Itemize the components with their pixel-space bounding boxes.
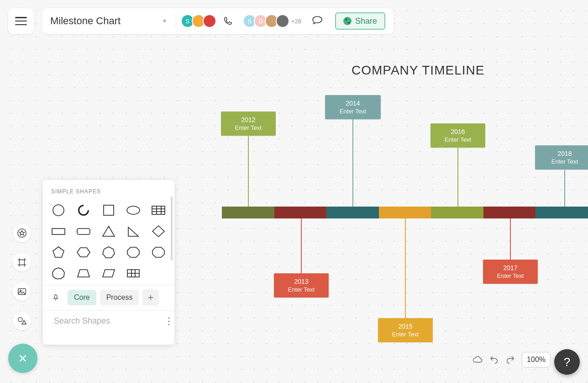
- milestone-connector: [405, 218, 406, 318]
- main-menu-button[interactable]: [8, 8, 34, 34]
- avatar[interactable]: [276, 14, 289, 28]
- share-button[interactable]: Share: [335, 12, 385, 30]
- timeline-segment[interactable]: [379, 207, 431, 218]
- shape-arc[interactable]: [74, 203, 93, 218]
- shape-ellipse[interactable]: [124, 203, 142, 218]
- svg-point-6: [127, 206, 140, 214]
- timeline-segment[interactable]: [536, 207, 588, 218]
- pin-tab[interactable]: [47, 289, 64, 306]
- avatar[interactable]: [203, 14, 216, 28]
- panel-scrollbar[interactable]: [171, 197, 173, 261]
- milestone-connector: [248, 134, 249, 207]
- timeline-segment[interactable]: [274, 207, 327, 218]
- document-title[interactable]: Milestone Chart: [50, 15, 121, 27]
- shape-octagon[interactable]: [124, 245, 142, 260]
- milestone-text: Enter Text: [440, 136, 476, 143]
- timeline-bar[interactable]: [222, 207, 588, 218]
- globe-icon: [343, 17, 352, 25]
- help-fab[interactable]: ?: [554, 349, 580, 375]
- milestone-box[interactable]: 2013Enter Text: [274, 273, 329, 298]
- shape-rounded-rectangle[interactable]: [74, 224, 93, 239]
- tab-process[interactable]: Process: [100, 290, 139, 305]
- milestone-text: Enter Text: [544, 158, 585, 165]
- hamburger-icon: [15, 17, 27, 25]
- zoom-value: 100%: [527, 356, 546, 364]
- zoom-level[interactable]: 100%: [522, 352, 551, 367]
- shape-square[interactable]: [100, 203, 118, 218]
- milestone-text: Enter Text: [387, 331, 424, 338]
- svg-rect-7: [152, 206, 165, 214]
- shape-rectangle[interactable]: [49, 224, 68, 239]
- shape-search-input[interactable]: [54, 316, 160, 326]
- shape-parallelogram[interactable]: [100, 266, 118, 281]
- redo-button[interactable]: [505, 355, 515, 365]
- secondary-avatars: SD: [246, 14, 289, 28]
- shape-grid: [43, 199, 174, 284]
- shape-pentagon[interactable]: [49, 245, 68, 260]
- canvas-title[interactable]: COMPANY TIMELINE: [352, 63, 484, 78]
- primary-avatars: S: [184, 14, 216, 28]
- shape-diamond[interactable]: [149, 224, 168, 239]
- milestone-connector: [564, 170, 565, 207]
- timeline-segment[interactable]: [222, 207, 274, 218]
- cloud-sync-icon[interactable]: [472, 355, 483, 365]
- separator: [176, 14, 176, 28]
- milestone-text: Enter Text: [283, 286, 320, 293]
- milestone-connector: [510, 218, 511, 260]
- milestone-year: 2013: [283, 278, 320, 285]
- header-bar: Milestone Chart ▼ S SD +28 Share: [42, 8, 394, 34]
- timeline-segment[interactable]: [483, 207, 536, 218]
- tab-core[interactable]: Core: [68, 290, 96, 305]
- shape-search-bar: ⋮: [43, 310, 174, 331]
- add-library-tab[interactable]: [142, 289, 159, 306]
- milestone-box[interactable]: 2017Enter Text: [483, 260, 538, 284]
- left-toolbar: [13, 224, 31, 330]
- milestone-connector: [457, 147, 458, 207]
- milestone-box[interactable]: 2014Enter Text: [325, 95, 381, 119]
- help-icon: ?: [564, 355, 570, 369]
- shape-table[interactable]: [149, 203, 168, 218]
- milestone-year: 2016: [440, 128, 476, 135]
- close-panel-fab[interactable]: [8, 344, 37, 373]
- svg-rect-9: [77, 229, 90, 234]
- shape-trapezoid[interactable]: [74, 266, 93, 281]
- timeline-segment[interactable]: [431, 207, 483, 218]
- title-dropdown-icon[interactable]: ▼: [161, 18, 168, 24]
- image-tool[interactable]: [13, 282, 31, 301]
- milestone-box[interactable]: 2016Enter Text: [430, 123, 485, 148]
- milestone-connector: [301, 218, 302, 273]
- milestone-box[interactable]: 2015Enter Text: [378, 318, 433, 342]
- shape-library-tabs: Core Process: [43, 284, 174, 310]
- shape-search-more[interactable]: ⋮: [164, 315, 173, 326]
- milestone-year: 2014: [334, 100, 372, 107]
- milestone-year: 2012: [230, 116, 267, 123]
- shape-triangle[interactable]: [100, 224, 118, 239]
- milestone-box[interactable]: 2018Enter Text: [535, 145, 588, 170]
- shape-heptagon[interactable]: [100, 245, 118, 260]
- shapes-panel-header: SIMPLE SHAPES: [43, 180, 174, 199]
- call-button[interactable]: [223, 15, 233, 27]
- svg-point-3: [18, 318, 22, 322]
- shape-right-triangle[interactable]: [124, 224, 142, 239]
- milestone-year: 2017: [492, 264, 529, 271]
- svg-rect-5: [104, 205, 114, 215]
- shape-grid[interactable]: [124, 266, 142, 281]
- avatar-surplus[interactable]: +28: [291, 18, 301, 25]
- timeline-segment[interactable]: [326, 207, 379, 218]
- favorites-tool[interactable]: [13, 224, 31, 242]
- shapes-panel: SIMPLE SHAPES Core Process ⋮: [43, 180, 174, 345]
- milestone-text: Enter Text: [230, 124, 267, 131]
- shapes-tool[interactable]: [13, 312, 31, 330]
- shape-nonagon[interactable]: [49, 266, 68, 281]
- svg-rect-8: [52, 229, 65, 234]
- chat-button[interactable]: [311, 15, 323, 27]
- milestone-box[interactable]: 2012Enter Text: [221, 112, 276, 136]
- milestone-text: Enter Text: [334, 108, 372, 115]
- milestone-text: Enter Text: [492, 272, 529, 279]
- milestone-connector: [352, 119, 353, 207]
- shape-octagon2[interactable]: [149, 245, 168, 260]
- frame-tool[interactable]: [13, 253, 31, 271]
- shape-hexagon[interactable]: [74, 245, 93, 260]
- shape-circle[interactable]: [49, 203, 68, 218]
- undo-button[interactable]: [489, 355, 499, 365]
